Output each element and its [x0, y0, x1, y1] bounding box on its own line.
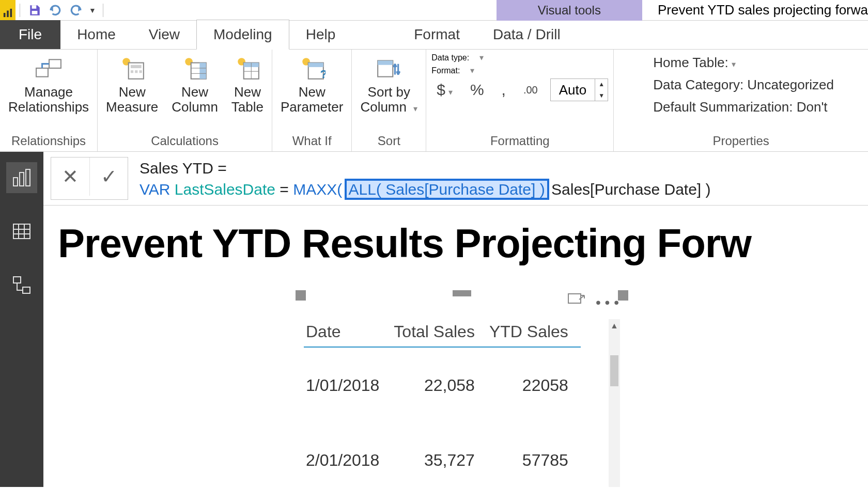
home-table-dropdown[interactable]: Home Table:▾ [653, 55, 736, 71]
svg-rect-39 [568, 294, 581, 303]
svg-rect-9 [131, 65, 142, 68]
save-button[interactable] [24, 0, 45, 21]
report-view-button[interactable] [6, 162, 37, 193]
new-column-button[interactable]: New Column [168, 53, 221, 116]
group-label: Relationships [11, 132, 86, 150]
label: Manage Relationships [8, 85, 89, 114]
formula-input[interactable]: Sales YTD = VAR LastSalesDate = MAXX( AL… [134, 152, 868, 205]
page-title: Prevent YTD Results Projecting Forw [43, 206, 868, 267]
label: New Measure [106, 85, 158, 114]
label: Format: [431, 66, 460, 75]
workspace: ✕ ✓ Sales YTD = VAR LastSalesDate = MAXX… [0, 152, 868, 487]
tab-file[interactable]: File [0, 20, 60, 49]
formula-cancel-button[interactable]: ✕ [51, 158, 89, 196]
new-table-button[interactable]: New Table [228, 53, 267, 116]
table-row[interactable]: 1/01/2018 22,058 22058 [304, 347, 581, 423]
label: New Parameter [281, 85, 343, 114]
redo-button[interactable] [66, 0, 86, 21]
group-formatting: Data type:▾ Format:▾ $▾ % , .00 Auto ▲▼ … [426, 50, 614, 151]
formula-bar: ✕ ✓ Sales YTD = VAR LastSalesDate = MAXX… [43, 152, 868, 206]
data-view-button[interactable] [6, 216, 37, 247]
svg-rect-15 [199, 63, 206, 79]
svg-rect-10 [131, 70, 133, 73]
tab-home[interactable]: Home [60, 20, 132, 49]
quick-access-toolbar: ▼ Visual tools Prevent YTD sales project… [0, 0, 868, 21]
group-sort: Sort by Column ▾ Sort [352, 50, 426, 151]
label: Sort by Column ▾ [360, 85, 417, 114]
svg-rect-1 [7, 10, 9, 17]
label: Data type: [431, 53, 469, 62]
spinner-up[interactable]: ▲ [595, 78, 608, 90]
chevron-down-icon: ▾ [732, 60, 736, 69]
tab-view[interactable]: View [132, 20, 196, 49]
resize-handle[interactable] [453, 290, 471, 296]
chevron-down-icon: ▾ [413, 104, 417, 113]
scroll-thumb[interactable] [610, 355, 618, 386]
col-header-date[interactable]: Date [304, 319, 392, 347]
more-options-button[interactable]: • • • [596, 294, 619, 311]
svg-rect-4 [32, 11, 38, 14]
data-category-dropdown[interactable]: Data Category: Uncategorized [653, 77, 834, 93]
sort-by-column-button[interactable]: Sort by Column ▾ [357, 53, 421, 116]
data-type-dropdown[interactable]: Data type:▾ [431, 53, 484, 62]
formula-commit-button[interactable]: ✓ [89, 158, 128, 196]
svg-rect-31 [26, 169, 30, 186]
percent-button[interactable]: % [465, 81, 489, 99]
report-canvas[interactable]: ✕ ✓ Sales YTD = VAR LastSalesDate = MAXX… [43, 152, 868, 487]
tab-help[interactable]: Help [289, 20, 352, 49]
group-calculations: New Measure New Column New Table Calcula… [98, 50, 272, 151]
contextual-tab-label: Visual tools [497, 0, 642, 21]
document-title: Prevent YTD sales projecting forwa [658, 2, 868, 18]
label: New Table [231, 85, 264, 114]
group-label: What If [292, 132, 332, 150]
default-summarization-dropdown[interactable]: Default Summarization: Don't [653, 99, 827, 115]
measure-icon [117, 55, 148, 83]
svg-rect-32 [13, 224, 30, 239]
group-label: Properties [712, 132, 769, 150]
formula-line-2: VAR LastSalesDate = MAXX( ALL( Sales[Pur… [140, 179, 863, 200]
table-row[interactable]: 2/01/2018 35,727 57785 [304, 423, 581, 487]
ribbon: Manage Relationships Relationships New M… [0, 50, 868, 152]
group-whatif: ? New Parameter What If [272, 50, 352, 151]
parameter-icon: ? [297, 55, 328, 83]
tab-modeling[interactable]: Modeling [196, 20, 289, 50]
col-header-ytd-sales[interactable]: YTD Sales [487, 319, 581, 347]
resize-handle[interactable] [618, 290, 628, 301]
scroll-up-button[interactable]: ▲ [609, 319, 620, 333]
spinner-down[interactable]: ▼ [595, 90, 608, 101]
decimal-places-stepper[interactable]: Auto ▲▼ [550, 78, 609, 101]
format-dropdown[interactable]: Format:▾ [431, 66, 474, 75]
new-measure-button[interactable]: New Measure [103, 53, 161, 116]
col-header-total-sales[interactable]: Total Sales [392, 319, 487, 347]
model-view-button[interactable] [6, 270, 37, 301]
table-icon [232, 55, 263, 83]
data-table: Date Total Sales YTD Sales 1/01/2018 22,… [304, 319, 581, 487]
table-visual[interactable]: • • • Date Total Sales YTD Sales 1/01/20… [297, 291, 627, 487]
currency-button[interactable]: $▾ [431, 81, 458, 99]
chevron-down-icon: ▾ [479, 53, 484, 62]
thousand-separator-button[interactable]: , [497, 81, 511, 99]
chevron-down-icon: ▾ [470, 66, 474, 75]
qat-customize-dropdown[interactable]: ▼ [86, 0, 99, 21]
svg-rect-5 [36, 68, 48, 77]
label: Home Table: [653, 55, 729, 70]
resize-handle[interactable] [296, 290, 306, 301]
svg-rect-25 [308, 63, 323, 67]
undo-button[interactable] [45, 0, 66, 21]
new-parameter-button[interactable]: ? New Parameter [277, 53, 346, 116]
separator [20, 4, 20, 17]
tab-format[interactable]: Format [397, 20, 476, 49]
app-icon [0, 0, 16, 21]
focus-mode-button[interactable] [568, 293, 585, 311]
svg-rect-2 [10, 8, 12, 17]
svg-rect-12 [139, 70, 142, 73]
svg-rect-29 [13, 178, 18, 186]
column-icon [179, 55, 210, 83]
scrollbar[interactable]: ▲ [609, 319, 620, 487]
tab-data-drill[interactable]: Data / Drill [476, 20, 577, 49]
formula-line-1: Sales YTD = [140, 158, 863, 179]
decimals-button[interactable]: .00 [518, 84, 543, 96]
view-rail [0, 152, 43, 487]
manage-relationships-button[interactable]: Manage Relationships [5, 53, 92, 116]
group-label: Sort [378, 132, 400, 150]
